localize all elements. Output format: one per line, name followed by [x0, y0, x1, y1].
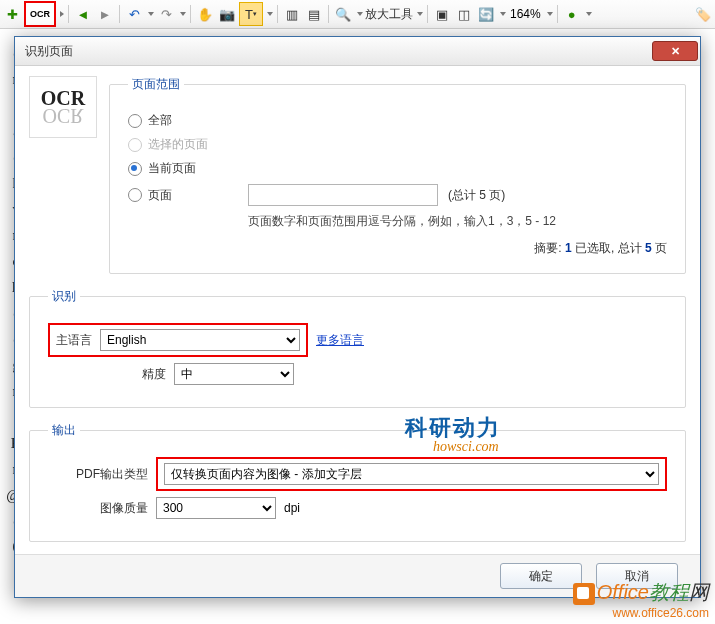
radio-icon	[128, 138, 142, 152]
radio-icon[interactable]	[128, 188, 142, 202]
language-label: 主语言	[56, 332, 92, 349]
site-logo-icon	[573, 583, 595, 605]
radio-icon[interactable]	[128, 162, 142, 176]
caret-icon[interactable]	[417, 12, 423, 16]
caret-icon[interactable]	[357, 12, 363, 16]
caret-icon[interactable]	[148, 12, 154, 16]
more-languages-link[interactable]: 更多语言	[316, 332, 364, 349]
quality-unit: dpi	[284, 501, 300, 515]
separator	[427, 5, 428, 23]
quality-label: 图像质量	[48, 500, 148, 517]
ocr-logo: OCR OCR	[29, 76, 97, 138]
caret-icon[interactable]	[180, 12, 186, 16]
pages-input[interactable]	[248, 184, 438, 206]
forward-icon: ►	[95, 4, 115, 24]
language-highlight: 主语言 English	[48, 323, 308, 357]
language-select[interactable]: English	[100, 329, 300, 351]
main-toolbar: ✚ OCR ◄ ► ↶ ↷ ✋ 📷 T▾ ▥ ▤ 🔍 放大工具 ▣ ◫ 🔄 16…	[0, 0, 715, 29]
opt-pages-label: 页面	[148, 187, 188, 204]
site-watermark-line1: Office教程网	[573, 579, 709, 606]
undo-icon[interactable]: ↶	[124, 4, 144, 24]
plus-icon[interactable]: ✚	[2, 4, 22, 24]
precision-label: 精度	[48, 366, 166, 383]
output-legend: 输出	[48, 422, 80, 439]
tag-icon[interactable]: 🏷️	[693, 4, 713, 24]
opt-current-label: 当前页面	[148, 160, 196, 177]
caret-icon[interactable]	[586, 12, 592, 16]
radio-icon[interactable]	[128, 114, 142, 128]
pdf-type-highlight: 仅转换页面内容为图像 - 添加文字层	[156, 457, 667, 491]
page-range-legend: 页面范围	[128, 76, 184, 93]
separator	[328, 5, 329, 23]
minimize-icon[interactable]: ●	[562, 4, 582, 24]
separator	[68, 5, 69, 23]
opt-pages[interactable]: 页面 (总计 5 页)	[128, 184, 667, 206]
magnify-icon[interactable]: 🔍	[333, 4, 353, 24]
opt-selected-label: 选择的页面	[148, 136, 208, 153]
zoom-percent[interactable]: 164%	[508, 7, 543, 21]
summary-selected: 1	[565, 241, 572, 255]
quality-select[interactable]: 300	[156, 497, 276, 519]
dialog-title: 识别页面	[25, 43, 73, 60]
page-range-fieldset: 页面范围 全部 选择的页面 当前页面 页面 (总计 5 页) 页面数字和页面范围…	[109, 76, 686, 274]
camera-icon[interactable]: 📷	[217, 4, 237, 24]
pages-total: (总计 5 页)	[448, 187, 505, 204]
separator	[277, 5, 278, 23]
select-text-icon[interactable]: T▾	[239, 2, 263, 26]
pdf-type-label: PDF输出类型	[48, 466, 148, 483]
summary-pre: 摘要:	[534, 241, 565, 255]
ocr-logo-reflection: OCR	[42, 104, 83, 127]
ok-button[interactable]: 确定	[500, 563, 582, 589]
separator	[190, 5, 191, 23]
site-word-tutorial: 教程	[649, 581, 689, 603]
caret-icon[interactable]	[267, 12, 273, 16]
recognize-fieldset: 识别 主语言 English 更多语言 精度 中	[29, 288, 686, 408]
caret-icon[interactable]	[500, 12, 506, 16]
opt-current-page[interactable]: 当前页面	[128, 160, 667, 177]
opt-all-label: 全部	[148, 112, 172, 129]
separator	[119, 5, 120, 23]
pages-summary: 摘要: 1 已选取, 总计 5 页	[128, 240, 667, 257]
site-watermark-line2: www.office26.com	[573, 606, 709, 620]
fit-icon[interactable]: ▣	[432, 4, 452, 24]
opt-selected-pages: 选择的页面	[128, 136, 667, 153]
site-word-office: Office	[597, 581, 649, 603]
summary-total: 5	[645, 241, 652, 255]
hand-icon[interactable]: ✋	[195, 4, 215, 24]
site-watermark: Office教程网 www.office26.com	[573, 579, 709, 620]
close-button[interactable]: ✕	[652, 41, 698, 61]
recognize-legend: 识别	[48, 288, 80, 305]
redo-icon: ↷	[156, 4, 176, 24]
rotate-icon[interactable]: 🔄	[476, 4, 496, 24]
output-fieldset: 输出 PDF输出类型 仅转换页面内容为图像 - 添加文字层 图像质量 300 d…	[29, 422, 686, 542]
site-word-net: 网	[689, 581, 709, 603]
zoom-tool-label[interactable]: 放大工具	[365, 6, 413, 23]
separator	[557, 5, 558, 23]
pages-hint: 页面数字和页面范围用逗号分隔，例如，输入1，3，5 - 12	[248, 213, 667, 230]
summary-suf: 页	[652, 241, 667, 255]
summary-mid: 已选取, 总计	[572, 241, 645, 255]
fit-width-icon[interactable]: ◫	[454, 4, 474, 24]
ocr-dialog: 识别页面 ✕ OCR OCR 页面范围 全部 选择的页面 当前页面 页面 (总计…	[14, 36, 701, 598]
pdf-type-select[interactable]: 仅转换页面内容为图像 - 添加文字层	[164, 463, 659, 485]
dropdown-caret-icon[interactable]	[60, 11, 64, 17]
opt-all[interactable]: 全部	[128, 112, 667, 129]
precision-select[interactable]: 中	[174, 363, 294, 385]
page-icon[interactable]: ▤	[304, 4, 324, 24]
page-icon[interactable]: ▥	[282, 4, 302, 24]
back-icon[interactable]: ◄	[73, 4, 93, 24]
watermark-brand-sub: howsci.com	[433, 439, 499, 455]
dialog-titlebar: 识别页面 ✕	[15, 37, 700, 66]
caret-icon[interactable]	[547, 12, 553, 16]
ocr-button[interactable]: OCR	[24, 1, 56, 27]
